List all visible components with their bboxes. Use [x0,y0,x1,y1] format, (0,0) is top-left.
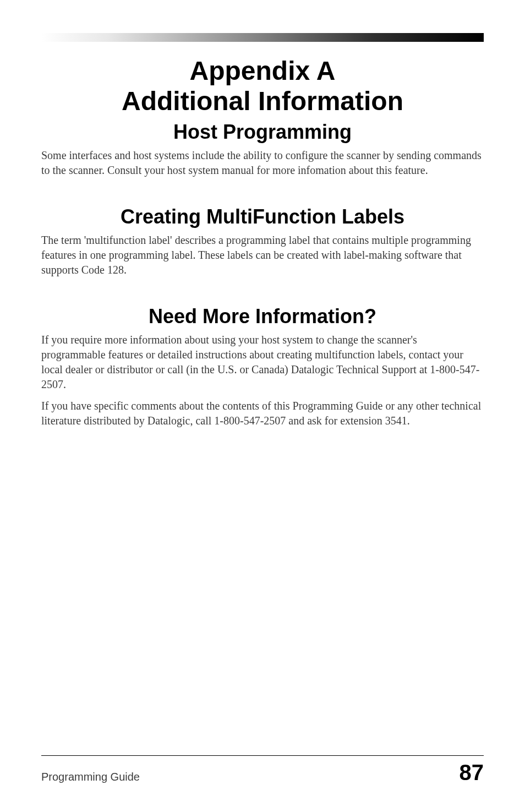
section-multifunction-title: Creating MultiFunction Labels [41,205,484,228]
footer-page-number: 87 [460,761,484,783]
section-host-programming-title: Host Programming [41,121,484,144]
section-more-info-body-2: If you have specific comments about the … [41,399,484,428]
page-footer: Programming Guide 87 [41,755,484,783]
section-multifunction-body: The term 'multifunction label' describes… [41,233,484,277]
title-line-2: Additional Information [122,86,403,116]
footer-row: Programming Guide 87 [41,761,484,783]
section-host-programming-body: Some interfaces and host systems include… [41,148,484,178]
footer-rule [41,755,484,756]
title-line-1: Appendix A [190,56,336,85]
header-gradient-bar [41,33,484,42]
appendix-title: Appendix A Additional Information [41,56,484,116]
section-more-info-body-1: If you require more information about us… [41,333,484,392]
footer-guide-label: Programming Guide [41,771,140,783]
section-more-info-title: Need More Information? [41,305,484,328]
